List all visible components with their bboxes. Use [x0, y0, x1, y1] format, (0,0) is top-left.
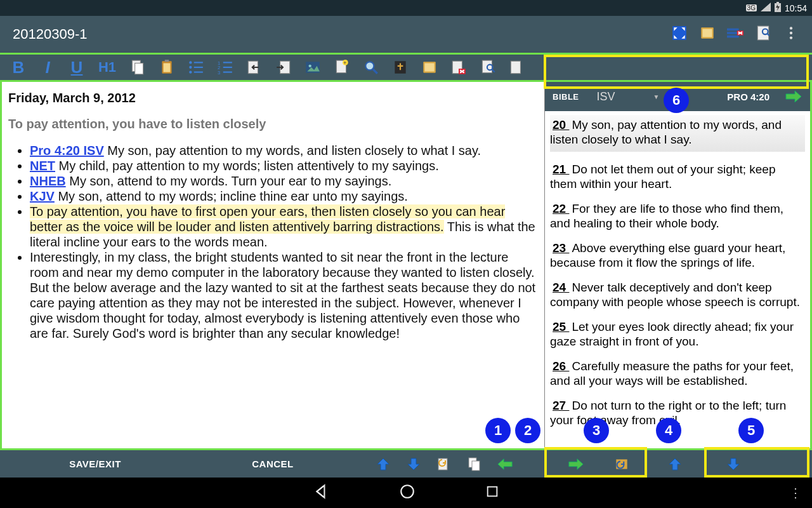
svg-point-21 — [189, 66, 192, 69]
editor-up-button[interactable] — [368, 450, 398, 479]
copy-page-button[interactable] — [459, 450, 490, 479]
bible-prev-button[interactable] — [490, 450, 520, 479]
svg-rect-6 — [727, 32, 739, 34]
verse-ref-link[interactable]: NHEB — [30, 174, 66, 188]
bible-nav-bar: BIBLE ISV ▼ PRO 4:20 — [545, 82, 810, 111]
indent-button[interactable] — [269, 55, 298, 80]
bible-label: BIBLE — [553, 92, 579, 102]
verse-ref-link[interactable]: Pro 4:20 ISV — [30, 144, 104, 157]
prev-verse-button[interactable] — [665, 90, 683, 104]
fullscreen-icon[interactable] — [671, 25, 688, 44]
svg-rect-17 — [164, 64, 171, 72]
android-status-bar: 3G 10:54 — [0, 0, 812, 16]
svg-rect-4 — [702, 29, 712, 37]
verse[interactable]: 24 Never talk deceptively and don't keep… — [550, 280, 805, 309]
underline-button[interactable]: U — [62, 55, 91, 80]
verse[interactable]: 20 My son, pay attention to my words, an… — [550, 115, 805, 152]
nav-overflow-icon[interactable]: ⋮ — [789, 485, 802, 500]
dropdown-icon[interactable]: ▼ — [653, 93, 660, 100]
svg-point-23 — [189, 70, 192, 73]
signal-icon — [761, 3, 771, 13]
page-search-icon[interactable] — [755, 25, 771, 44]
bible-next-button[interactable] — [561, 450, 591, 479]
verse-text: Do not turn to the right or to the left;… — [550, 399, 786, 427]
outdent-button[interactable] — [240, 55, 269, 80]
svg-rect-18 — [165, 60, 169, 62]
bible-reference[interactable]: PRO 4:20 — [727, 91, 769, 102]
cancel-button[interactable]: CANCEL — [190, 458, 355, 469]
overflow-menu-icon[interactable] — [783, 25, 799, 44]
verse-text: For they are life to those who find them… — [550, 202, 783, 230]
svg-rect-7 — [727, 36, 739, 38]
image-button[interactable] — [298, 55, 327, 80]
bible-scroll-up-button[interactable] — [660, 450, 690, 479]
verse-number: 24 — [550, 281, 572, 294]
verse[interactable]: 23 Above everything else guard your hear… — [550, 241, 805, 270]
svg-point-13 — [790, 36, 792, 39]
heading-button[interactable]: H1 — [91, 55, 123, 80]
svg-point-34 — [309, 65, 311, 67]
list-item: NHEB My son, attend to my words. Turn yo… — [30, 173, 538, 189]
home-button[interactable] — [399, 483, 416, 502]
new-page-button[interactable]: + — [327, 55, 357, 80]
network-badge: 3G — [746, 4, 757, 11]
svg-point-19 — [189, 61, 192, 64]
app-title-bar: 20120309-1 — [0, 16, 812, 53]
bible-scroll-down-button[interactable] — [718, 450, 749, 479]
svg-point-38 — [365, 62, 374, 70]
document-title: 20120309-1 — [13, 26, 87, 43]
svg-rect-22 — [194, 67, 203, 68]
verse-number: 21 — [550, 163, 572, 176]
verse[interactable]: 22 For they are life to those who find t… — [550, 201, 805, 231]
bottom-action-bar: SAVE/EXIT CANCEL — [0, 448, 812, 478]
verse-text: Above everything else guard your heart, … — [550, 241, 785, 269]
bible-button[interactable] — [386, 55, 415, 80]
delete-row-icon[interactable] — [727, 25, 743, 44]
book-icon[interactable] — [699, 25, 716, 44]
sync-page-button[interactable] — [429, 450, 459, 479]
list-item: To pay attention, you have to first open… — [30, 204, 538, 250]
close-doc-button[interactable] — [444, 55, 473, 80]
verse[interactable]: 25 Let your eyes look directly ahead; fi… — [550, 319, 805, 349]
verse[interactable]: 27 Do not turn to the right or to the le… — [550, 398, 805, 427]
svg-point-12 — [790, 32, 792, 34]
svg-rect-30 — [223, 72, 232, 73]
verse-text: Never talk deceptively and don't keep co… — [550, 281, 800, 309]
editor-down-button[interactable] — [398, 450, 429, 479]
clock: 10:54 — [785, 3, 807, 13]
verse-ref-link[interactable]: NET — [30, 159, 55, 173]
italic-button[interactable]: I — [33, 55, 62, 80]
commentary-button[interactable] — [415, 55, 444, 80]
bible-version-select[interactable]: ISV — [597, 90, 615, 104]
entry-subtitle: To pay attention, you have to listen clo… — [8, 117, 538, 131]
verse[interactable]: 21 Do not let them out of your sight; ke… — [550, 162, 805, 191]
bible-refresh-button[interactable] — [606, 450, 637, 479]
find-in-doc-button[interactable] — [473, 55, 502, 80]
recent-apps-button[interactable] — [485, 485, 499, 501]
svg-rect-26 — [223, 62, 232, 63]
svg-rect-28 — [223, 67, 232, 68]
verse-number: 20 — [550, 118, 572, 131]
paste-button[interactable] — [152, 55, 181, 80]
bible-text[interactable]: 20 My son, pay attention to my words, an… — [545, 111, 810, 448]
svg-rect-5 — [727, 29, 739, 31]
svg-text:3: 3 — [218, 70, 220, 76]
svg-rect-52 — [472, 461, 480, 471]
verse-text: Carefully measure the paths for your fee… — [550, 359, 794, 387]
verse[interactable]: 26 Carefully measure the paths for your … — [550, 359, 805, 388]
svg-rect-24 — [194, 72, 203, 73]
list-item: NET My child, pay attention to my words;… — [30, 158, 538, 173]
verse-ref-link[interactable]: KJV — [30, 189, 55, 203]
copy-button[interactable] — [123, 55, 152, 80]
numbered-list-button[interactable]: 123 — [211, 55, 240, 80]
svg-point-54 — [401, 485, 414, 498]
back-button[interactable] — [313, 483, 329, 502]
next-verse-button[interactable] — [785, 90, 802, 104]
save-exit-button[interactable]: SAVE/EXIT — [0, 458, 190, 469]
search-button[interactable] — [357, 55, 386, 80]
bold-button[interactable]: B — [4, 55, 33, 80]
editor-pane[interactable]: Friday, March 9, 2012 To pay attention, … — [2, 82, 545, 448]
bullet-list-button[interactable] — [181, 55, 211, 80]
extra-button[interactable] — [502, 55, 532, 80]
verse-text: Let your eyes look directly ahead; fix y… — [550, 320, 794, 348]
